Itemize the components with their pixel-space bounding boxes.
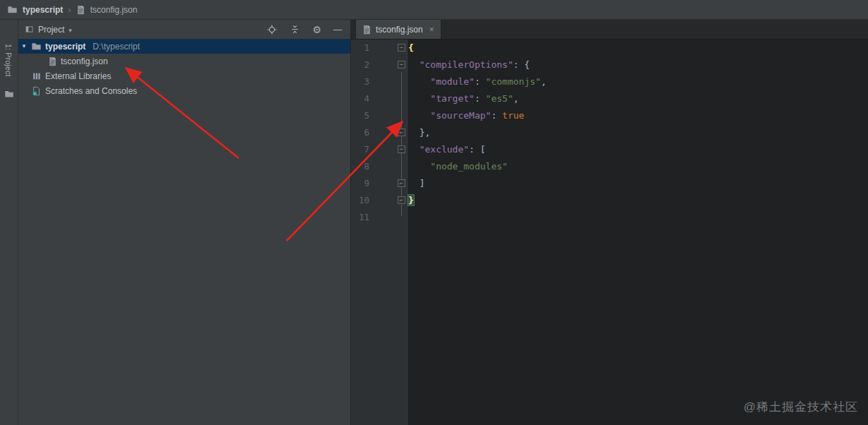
fold-start-icon[interactable]: − <box>398 44 405 52</box>
code-token <box>408 93 430 104</box>
tree-row-typescript[interactable]: ▼ typescript D:\typescript <box>18 39 350 54</box>
tree-item-path: D:\typescript <box>93 42 140 52</box>
tab-tsconfig[interactable]: tsconfig.json × <box>355 20 441 39</box>
close-icon[interactable]: × <box>429 25 434 35</box>
line-number: 7 <box>351 141 369 158</box>
tree-item-label: External Libraries <box>45 71 111 81</box>
project-panel-header: Project ▾ ⚙ — <box>18 20 350 39</box>
breadcrumb-separator-icon: › <box>68 4 71 15</box>
line-number-column: 1234567891011 <box>351 40 369 226</box>
code-token: "node_modules" <box>430 161 508 172</box>
tsconfig-file-icon <box>76 5 85 15</box>
code-token: ] <box>408 178 424 188</box>
fold-start-icon[interactable]: − <box>398 145 405 153</box>
code-token <box>408 161 430 172</box>
line-number: 9 <box>351 175 369 192</box>
line-number: 3 <box>351 73 369 90</box>
panel-actions: ⚙ — <box>266 24 342 35</box>
folder-icon <box>7 4 18 15</box>
collapse-all-icon[interactable] <box>290 24 300 35</box>
gear-icon[interactable]: ⚙ <box>312 25 321 35</box>
watermark: @稀土掘金技术社区 <box>744 399 858 415</box>
tab-label: tsconfig.json <box>376 25 423 35</box>
fold-slot: ⌐ <box>396 192 408 209</box>
fold-slot: ⌐ <box>396 124 408 141</box>
tree-item-label: Scratches and Consoles <box>45 86 137 96</box>
line-number: 6 <box>351 124 369 141</box>
code-line: "target": "es5", <box>408 90 868 107</box>
tool-window-icon <box>25 25 34 34</box>
fold-slot <box>396 73 408 90</box>
line-number: 1 <box>351 40 369 56</box>
fold-slot <box>396 107 408 124</box>
chevron-down-icon[interactable]: ▾ <box>69 27 72 34</box>
code-lines: { "compilerOptions": { "module": "common… <box>408 40 868 226</box>
code-token <box>408 144 420 155</box>
code-line: "node_modules" <box>408 158 868 175</box>
code-token: "sourceMap" <box>430 110 491 121</box>
fold-slot: − <box>396 141 408 158</box>
line-number: 11 <box>351 209 369 226</box>
tsconfig-file-icon <box>48 56 57 66</box>
code-line: { <box>408 40 868 56</box>
line-number: 8 <box>351 158 369 175</box>
chevron-expanded-icon[interactable]: ▼ <box>20 43 28 49</box>
fold-end-icon[interactable]: ⌐ <box>398 196 405 204</box>
code-token: : [ <box>469 144 485 155</box>
code-line: "module": "commonjs", <box>408 73 868 90</box>
tree-row-external-libraries[interactable]: External Libraries <box>18 68 350 83</box>
fold-range-line <box>401 72 402 216</box>
code-line: "sourceMap": true <box>408 107 868 124</box>
minimize-icon[interactable]: — <box>333 25 342 34</box>
code-token: }, <box>408 127 430 138</box>
fold-start-icon[interactable]: − <box>398 61 405 68</box>
editor-area: tsconfig.json × 1234567891011 −−⌐−⌐⌐ { "… <box>351 20 868 425</box>
code-line: "exclude": [ <box>408 141 868 158</box>
code-line: "compilerOptions": { <box>408 56 868 73</box>
scratches-icon <box>32 86 42 96</box>
code-editor[interactable]: { "compilerOptions": { "module": "common… <box>408 40 868 425</box>
code-token: { <box>408 42 414 53</box>
locate-file-icon[interactable] <box>266 24 278 35</box>
code-token <box>408 76 430 87</box>
fold-end-icon[interactable]: ⌐ <box>398 179 405 187</box>
line-number: 5 <box>351 107 369 124</box>
code-line: } <box>408 192 868 209</box>
fold-slot <box>396 209 408 226</box>
breadcrumb-bar: typescript › tsconfig.json <box>0 0 868 20</box>
fold-slot <box>396 90 408 107</box>
code-token: } <box>408 195 414 205</box>
code-token: , <box>541 76 547 87</box>
code-token: true <box>502 110 524 121</box>
breadcrumb-file[interactable]: tsconfig.json <box>90 5 138 15</box>
folder-icon <box>31 41 42 52</box>
fold-slot: − <box>396 40 408 56</box>
editor-gutter: 1234567891011 −−⌐−⌐⌐ <box>351 40 408 425</box>
editor-tab-bar: tsconfig.json × <box>351 20 868 40</box>
fold-end-icon[interactable]: ⌐ <box>398 128 405 136</box>
code-token <box>408 59 420 70</box>
fold-slot: ⌐ <box>396 175 408 192</box>
project-tool-window-button[interactable]: 1: Project <box>4 44 13 76</box>
code-token: : <box>491 110 502 121</box>
code-line: ] <box>408 175 868 192</box>
breadcrumb-project[interactable]: typescript <box>23 5 63 15</box>
tree-item-label: typescript <box>45 42 85 52</box>
folder-icon[interactable] <box>4 89 14 99</box>
libraries-icon <box>32 71 42 81</box>
fold-slot: − <box>396 56 408 73</box>
code-token: "compilerOptions" <box>420 59 513 70</box>
code-token: : <box>475 93 486 104</box>
code-token: "module" <box>430 76 475 87</box>
left-tool-strip: 1: Project <box>0 20 18 425</box>
code-token: "commonjs" <box>486 76 541 87</box>
tree-row-scratches[interactable]: Scratches and Consoles <box>18 83 350 98</box>
fold-slot <box>396 158 408 175</box>
code-token: : <box>475 76 486 87</box>
line-number: 2 <box>351 56 369 73</box>
project-panel: Project ▾ ⚙ — ▼ typescript D:\typescript <box>18 20 351 425</box>
tree-row-tsconfig[interactable]: tsconfig.json <box>18 54 350 68</box>
tsconfig-file-icon <box>362 25 371 35</box>
project-view-dropdown[interactable]: Project <box>38 25 64 35</box>
code-token: , <box>513 93 519 104</box>
